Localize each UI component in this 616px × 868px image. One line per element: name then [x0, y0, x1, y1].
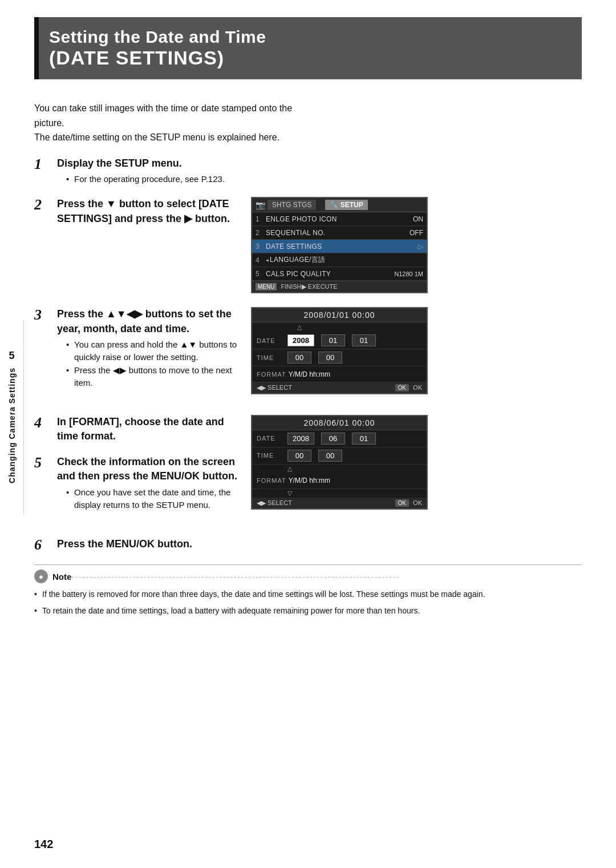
page-number: 142 [34, 838, 53, 851]
note-bullets: If the battery is removed for more than … [34, 588, 582, 617]
datetime-preview-1: 2008/01/01 00:00 [252, 308, 427, 322]
intro-line1: You can take still images with the time … [34, 103, 292, 113]
month-cell-2: 06 [321, 433, 345, 445]
intro-line2: picture. [34, 118, 64, 128]
page-container: 5 Changing Camera Settings Setting the D… [0, 0, 616, 868]
step-45-panel: 2008/06/01 00:00 DATE 2008 06 01 TIME 00 [251, 415, 428, 510]
note-section: ● Note ---------------------------------… [34, 564, 582, 617]
step-6-number: 6 [34, 537, 52, 554]
sidebar: 5 Changing Camera Settings [0, 320, 24, 514]
select-label-1: ◀▶ SELECT [257, 384, 292, 391]
step-3-bullet-1: You can press and hold the ▲▼ buttons to… [66, 338, 240, 364]
setup-tab-setup: 🔧 SETUP [325, 200, 367, 210]
main-content: You can take still images with the time … [34, 95, 582, 617]
select-label-2: ◀▶ SELECT [257, 499, 292, 507]
datetime-footer-1: ◀▶ SELECT OK OK [252, 382, 427, 393]
setup-row-3: 3 DATE SETTINGS ▷ [252, 240, 427, 253]
step-1-bullet-1: For the operating procedure, see P.123. [66, 173, 582, 186]
datetime-footer-2: ◀▶ SELECT OK OK [252, 498, 427, 508]
format-label-1: FORMAT [257, 371, 286, 378]
intro-text: You can take still images with the time … [34, 101, 582, 145]
format-down-arrow: ▽ [287, 490, 292, 497]
step-3-arrows: ▲▼◀▶ [106, 308, 143, 320]
camera-icon: 📷 [256, 200, 265, 209]
step-3-left: 3 Press the ▲▼◀▶ buttons to set the year… [34, 307, 240, 401]
step-2-arrow-right: ▶ [184, 213, 192, 224]
step-3-container: 3 Press the ▲▼◀▶ buttons to set the year… [34, 307, 582, 401]
step-5-title: Check the information on the screen and … [57, 455, 240, 483]
step-6: 6 Press the MENU/OK button. [34, 537, 582, 554]
note-header: ● Note ---------------------------------… [34, 570, 582, 583]
datetime-format-row-1: FORMAT Y/M/D hh:mm [252, 366, 427, 382]
year-cell: 2008 [287, 334, 314, 346]
note-dashes: ----------------------------------------… [71, 572, 582, 581]
year-cell-2: 2008 [287, 433, 314, 445]
datetime-time-row-2: TIME 00 00 [252, 447, 427, 465]
datetime-date-row-2: DATE 2008 06 01 [252, 430, 427, 447]
step-2-panel: 📷 SHTG STGS 🔧 SETUP 1 ENLGE PHOTO ICON O… [251, 197, 428, 293]
header-title-line1: Setting the Date and Time [49, 27, 566, 47]
step-2-container: 2 Press the ▼ button to select [DATE SET… [34, 197, 582, 293]
step-2-title: Press the ▼ button to select [DATE SETTI… [57, 197, 240, 225]
note-label: Note [52, 572, 71, 582]
time-label: TIME [257, 354, 285, 361]
step-3-panel: 2008/01/01 00:00 DATE △ DATE 2008 01 01 [251, 307, 428, 394]
step-2: 2 Press the ▼ button to select [DATE SET… [34, 197, 240, 225]
day-cell-2: 01 [352, 433, 376, 445]
sidebar-text: Changing Camera Settings [7, 368, 17, 483]
note-icon: ● [34, 570, 48, 583]
date-label-2: DATE [257, 435, 285, 442]
format-label-2: FORMAT [257, 477, 286, 484]
step-6-title: Press the MENU/OK button. [57, 537, 582, 551]
setup-row-4: 4 ◂ LANGUAGE/言語 [252, 253, 427, 267]
time-label-2: TIME [257, 452, 285, 459]
format-arrow-row: FORMAT △ [252, 465, 427, 473]
step-2-arrow-down: ▼ [106, 198, 116, 209]
step-3-number: 3 [34, 307, 52, 324]
setup-row-2: 2 SEQUENTIAL NO. OFF [252, 226, 427, 240]
step-1-content: Display the SETUP menu. For the operatin… [57, 156, 582, 186]
ok-label-2: OK [413, 499, 422, 506]
setup-row-1: 1 ENLGE PHOTO ICON ON [252, 212, 427, 226]
note-bullet-1: If the battery is removed for more than … [34, 588, 582, 600]
ok-badge-1: OK [395, 384, 409, 391]
datetime-time-row: TIME 00 00 [252, 349, 427, 366]
setup-header: 📷 SHTG STGS 🔧 SETUP [252, 198, 427, 212]
menu-badge: MENU [256, 283, 277, 290]
step-3-content: Press the ▲▼◀▶ buttons to set the year, … [57, 307, 240, 389]
step-1-number: 1 [34, 156, 52, 173]
step-1-title: Display the SETUP menu. [57, 156, 582, 171]
step-1: 1 Display the SETUP menu. For the operat… [34, 156, 582, 186]
datetime-panel-2: 2008/06/01 00:00 DATE 2008 06 01 TIME 00 [251, 415, 428, 510]
step-4-content: In [FORMAT], choose the date and time fo… [57, 415, 240, 443]
date-label: DATE [257, 337, 285, 344]
step-5-content: Check the information on the screen and … [57, 455, 240, 511]
step-2-number: 2 [34, 197, 52, 213]
step-3-bullets: You can press and hold the ▲▼ buttons to… [66, 338, 240, 390]
setup-menu-panel: 📷 SHTG STGS 🔧 SETUP 1 ENLGE PHOTO ICON O… [251, 197, 428, 293]
header-title-line2: (DATE SETTINGS) [49, 47, 566, 69]
step-6-content: Press the MENU/OK button. [57, 537, 582, 551]
datetime-preview-2: 2008/06/01 00:00 [252, 416, 427, 430]
setup-row-5: 5 CALS PIC QUALITY N1280 1M [252, 267, 427, 281]
sidebar-number: 5 [9, 350, 14, 362]
step-2-content: Press the ▼ button to select [DATE SETTI… [57, 197, 240, 225]
step-5: 5 Check the information on the screen an… [34, 455, 240, 511]
minute-cell-1: 00 [318, 352, 342, 364]
step-4: 4 In [FORMAT], choose the date and time … [34, 415, 240, 443]
step-5-bullet-1: Once you have set the date and time, the… [66, 486, 240, 512]
format-up-arrow: △ [287, 465, 292, 473]
hour-cell-1: 00 [287, 352, 311, 364]
step-3-bullet-2: Press the ◀▶ buttons to move to the next… [66, 364, 240, 390]
step-45-container: 4 In [FORMAT], choose the date and time … [34, 415, 582, 523]
datetime-date-row: DATE 2008 01 01 [252, 332, 427, 349]
format-value-2: Y/M/D hh:mm [289, 477, 330, 485]
step-4-number: 4 [34, 415, 52, 431]
datetime-panel-1: 2008/01/01 00:00 DATE △ DATE 2008 01 01 [251, 307, 428, 394]
step-1-bullets: For the operating procedure, see P.123. [66, 173, 582, 186]
datetime-format-row-2: FORMAT Y/M/D hh:mm [252, 473, 427, 489]
intro-line3: The date/time setting on the SETUP menu … [34, 132, 279, 142]
step-45-left: 4 In [FORMAT], choose the date and time … [34, 415, 240, 523]
step-5-bullets: Once you have set the date and time, the… [66, 486, 240, 512]
setup-footer: MENU FINISH ▶ EXECUTE [252, 281, 427, 292]
